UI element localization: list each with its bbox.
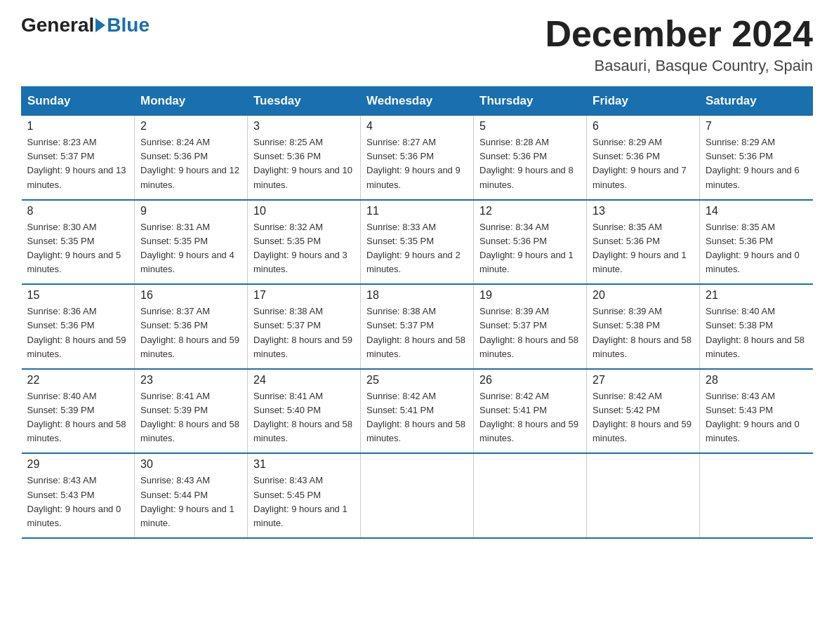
day-info: Sunrise: 8:43 AMSunset: 5:44 PMDaylight:… bbox=[140, 474, 241, 530]
calendar-cell: 3 Sunrise: 8:25 AMSunset: 5:36 PMDayligh… bbox=[248, 116, 361, 200]
calendar-cell: 6 Sunrise: 8:29 AMSunset: 5:36 PMDayligh… bbox=[587, 116, 700, 200]
day-info: Sunrise: 8:28 AMSunset: 5:36 PMDaylight:… bbox=[479, 135, 581, 192]
page-title: December 2024 bbox=[545, 14, 813, 54]
day-number: 28 bbox=[706, 374, 807, 387]
calendar-cell: 29 Sunrise: 8:43 AMSunset: 5:43 PMDaylig… bbox=[22, 453, 135, 538]
day-number: 1 bbox=[27, 120, 129, 133]
calendar-cell bbox=[700, 453, 813, 538]
day-info: Sunrise: 8:29 AMSunset: 5:36 PMDaylight:… bbox=[706, 135, 807, 192]
calendar-cell: 22 Sunrise: 8:40 AMSunset: 5:39 PMDaylig… bbox=[22, 369, 135, 454]
day-number: 10 bbox=[253, 205, 355, 217]
calendar-cell: 19 Sunrise: 8:39 AMSunset: 5:37 PMDaylig… bbox=[474, 284, 587, 369]
day-number: 3 bbox=[253, 120, 355, 133]
calendar-cell: 2 Sunrise: 8:24 AMSunset: 5:36 PMDayligh… bbox=[135, 116, 248, 200]
day-number: 27 bbox=[593, 374, 694, 387]
calendar-week-row: 15 Sunrise: 8:36 AMSunset: 5:36 PMDaylig… bbox=[22, 284, 813, 369]
calendar-header-monday: Monday bbox=[135, 87, 248, 116]
day-number: 30 bbox=[140, 458, 241, 471]
page-header: General Blue December 2024 Basauri, Basq… bbox=[21, 14, 813, 75]
calendar-cell: 18 Sunrise: 8:38 AMSunset: 5:37 PMDaylig… bbox=[361, 284, 474, 369]
calendar-header-sunday: Sunday bbox=[22, 87, 135, 116]
calendar-cell: 4 Sunrise: 8:27 AMSunset: 5:36 PMDayligh… bbox=[361, 116, 474, 200]
day-info: Sunrise: 8:39 AMSunset: 5:38 PMDaylight:… bbox=[593, 304, 694, 361]
day-info: Sunrise: 8:40 AMSunset: 5:39 PMDaylight:… bbox=[27, 389, 129, 446]
calendar-cell: 8 Sunrise: 8:30 AMSunset: 5:35 PMDayligh… bbox=[22, 200, 135, 285]
day-number: 6 bbox=[593, 120, 694, 133]
logo-blue-text: Blue bbox=[107, 14, 150, 36]
day-info: Sunrise: 8:38 AMSunset: 5:37 PMDaylight:… bbox=[253, 304, 355, 361]
day-number: 7 bbox=[706, 120, 807, 133]
calendar-header-saturday: Saturday bbox=[700, 87, 813, 116]
day-info: Sunrise: 8:24 AMSunset: 5:36 PMDaylight:… bbox=[140, 135, 241, 192]
calendar-cell bbox=[361, 453, 474, 538]
calendar-header-tuesday: Tuesday bbox=[248, 87, 361, 116]
calendar-cell: 26 Sunrise: 8:42 AMSunset: 5:41 PMDaylig… bbox=[474, 369, 587, 454]
day-info: Sunrise: 8:27 AMSunset: 5:36 PMDaylight:… bbox=[366, 135, 468, 192]
day-info: Sunrise: 8:41 AMSunset: 5:39 PMDaylight:… bbox=[140, 389, 241, 446]
day-info: Sunrise: 8:40 AMSunset: 5:38 PMDaylight:… bbox=[706, 304, 807, 361]
day-info: Sunrise: 8:33 AMSunset: 5:35 PMDaylight:… bbox=[366, 220, 468, 277]
calendar-week-row: 1 Sunrise: 8:23 AMSunset: 5:37 PMDayligh… bbox=[22, 116, 813, 200]
day-info: Sunrise: 8:36 AMSunset: 5:36 PMDaylight:… bbox=[27, 304, 129, 361]
day-number: 24 bbox=[253, 374, 355, 387]
day-number: 26 bbox=[479, 374, 581, 387]
page-subtitle: Basauri, Basque Country, Spain bbox=[545, 57, 813, 75]
day-number: 18 bbox=[366, 289, 468, 302]
calendar-cell: 11 Sunrise: 8:33 AMSunset: 5:35 PMDaylig… bbox=[361, 200, 474, 285]
day-info: Sunrise: 8:30 AMSunset: 5:35 PMDaylight:… bbox=[27, 220, 129, 277]
calendar-cell: 12 Sunrise: 8:34 AMSunset: 5:36 PMDaylig… bbox=[474, 200, 587, 285]
day-number: 29 bbox=[27, 458, 129, 471]
calendar-week-row: 22 Sunrise: 8:40 AMSunset: 5:39 PMDaylig… bbox=[22, 369, 813, 454]
calendar-cell bbox=[474, 453, 587, 538]
calendar-cell: 27 Sunrise: 8:42 AMSunset: 5:42 PMDaylig… bbox=[587, 369, 700, 454]
calendar-cell: 17 Sunrise: 8:38 AMSunset: 5:37 PMDaylig… bbox=[248, 284, 361, 369]
day-info: Sunrise: 8:32 AMSunset: 5:35 PMDaylight:… bbox=[253, 220, 355, 277]
day-info: Sunrise: 8:43 AMSunset: 5:45 PMDaylight:… bbox=[253, 474, 355, 530]
day-info: Sunrise: 8:35 AMSunset: 5:36 PMDaylight:… bbox=[706, 220, 807, 277]
day-number: 5 bbox=[479, 120, 581, 133]
logo: General Blue bbox=[21, 14, 150, 36]
calendar-header-friday: Friday bbox=[587, 87, 700, 116]
calendar-week-row: 29 Sunrise: 8:43 AMSunset: 5:43 PMDaylig… bbox=[22, 453, 813, 538]
day-info: Sunrise: 8:38 AMSunset: 5:37 PMDaylight:… bbox=[366, 304, 468, 361]
day-info: Sunrise: 8:42 AMSunset: 5:42 PMDaylight:… bbox=[593, 389, 694, 446]
calendar-cell: 5 Sunrise: 8:28 AMSunset: 5:36 PMDayligh… bbox=[474, 116, 587, 200]
day-info: Sunrise: 8:37 AMSunset: 5:36 PMDaylight:… bbox=[140, 304, 241, 361]
calendar-cell: 25 Sunrise: 8:42 AMSunset: 5:41 PMDaylig… bbox=[361, 369, 474, 454]
day-number: 14 bbox=[706, 205, 807, 217]
day-number: 12 bbox=[479, 205, 581, 217]
calendar-cell: 24 Sunrise: 8:41 AMSunset: 5:40 PMDaylig… bbox=[248, 369, 361, 454]
day-info: Sunrise: 8:42 AMSunset: 5:41 PMDaylight:… bbox=[479, 389, 581, 446]
calendar-cell: 9 Sunrise: 8:31 AMSunset: 5:35 PMDayligh… bbox=[135, 200, 248, 285]
day-info: Sunrise: 8:43 AMSunset: 5:43 PMDaylight:… bbox=[27, 474, 129, 530]
calendar-header-thursday: Thursday bbox=[474, 87, 587, 116]
day-info: Sunrise: 8:39 AMSunset: 5:37 PMDaylight:… bbox=[479, 304, 581, 361]
day-number: 4 bbox=[366, 120, 468, 133]
day-number: 13 bbox=[593, 205, 694, 217]
calendar-cell: 20 Sunrise: 8:39 AMSunset: 5:38 PMDaylig… bbox=[587, 284, 700, 369]
logo-general-text: General bbox=[21, 14, 94, 36]
day-number: 16 bbox=[140, 289, 241, 302]
day-number: 11 bbox=[366, 205, 468, 217]
logo-triangle-icon bbox=[95, 18, 105, 32]
day-info: Sunrise: 8:43 AMSunset: 5:43 PMDaylight:… bbox=[706, 389, 807, 446]
day-number: 17 bbox=[253, 289, 355, 302]
calendar-cell: 28 Sunrise: 8:43 AMSunset: 5:43 PMDaylig… bbox=[700, 369, 813, 454]
calendar-cell: 7 Sunrise: 8:29 AMSunset: 5:36 PMDayligh… bbox=[700, 116, 813, 200]
calendar-cell: 10 Sunrise: 8:32 AMSunset: 5:35 PMDaylig… bbox=[248, 200, 361, 285]
calendar-week-row: 8 Sunrise: 8:30 AMSunset: 5:35 PMDayligh… bbox=[22, 200, 813, 285]
calendar-cell: 15 Sunrise: 8:36 AMSunset: 5:36 PMDaylig… bbox=[22, 284, 135, 369]
day-number: 2 bbox=[140, 120, 241, 133]
day-info: Sunrise: 8:42 AMSunset: 5:41 PMDaylight:… bbox=[366, 389, 468, 446]
calendar-cell: 31 Sunrise: 8:43 AMSunset: 5:45 PMDaylig… bbox=[248, 453, 361, 538]
day-info: Sunrise: 8:25 AMSunset: 5:36 PMDaylight:… bbox=[253, 135, 355, 192]
day-number: 20 bbox=[593, 289, 694, 302]
day-number: 19 bbox=[479, 289, 581, 302]
calendar-cell: 23 Sunrise: 8:41 AMSunset: 5:39 PMDaylig… bbox=[135, 369, 248, 454]
day-number: 15 bbox=[27, 289, 129, 302]
day-info: Sunrise: 8:34 AMSunset: 5:36 PMDaylight:… bbox=[479, 220, 581, 277]
day-number: 21 bbox=[706, 289, 807, 302]
calendar-header-wednesday: Wednesday bbox=[361, 87, 474, 116]
day-info: Sunrise: 8:23 AMSunset: 5:37 PMDaylight:… bbox=[27, 135, 129, 192]
day-info: Sunrise: 8:31 AMSunset: 5:35 PMDaylight:… bbox=[140, 220, 241, 277]
